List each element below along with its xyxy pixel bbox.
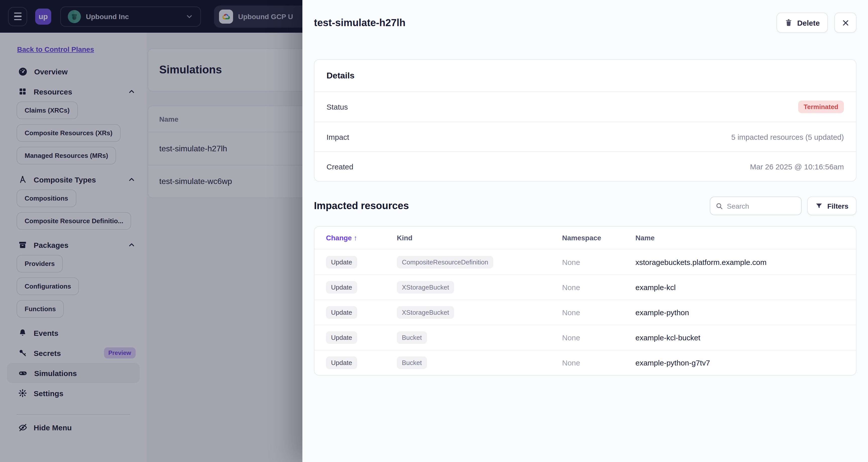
name-cell: example-python-g7tv7: [636, 358, 844, 367]
impacted-resources-title: Impacted resources: [314, 200, 409, 212]
namespace-cell: None: [562, 283, 636, 292]
kind-badge: CompositeResourceDefinition: [397, 256, 493, 268]
namespace-cell: None: [562, 358, 636, 367]
close-icon: [842, 19, 849, 26]
column-header-kind[interactable]: Kind: [397, 234, 562, 242]
delete-button[interactable]: Delete: [777, 12, 828, 33]
name-cell: xstoragebuckets.platform.example.com: [636, 258, 844, 266]
created-value: Mar 26 2025 @ 10:16:56am: [750, 162, 844, 171]
kind-badge: XStorageBucket: [397, 281, 454, 294]
impacted-resources-tools: Filters: [710, 197, 857, 215]
name-cell: example-python: [636, 308, 844, 317]
created-label: Created: [327, 162, 353, 171]
panel-title: test-simulate-h27lh: [314, 17, 406, 28]
impacted-table-header: Change ↑ Kind Namespace Name: [314, 227, 856, 249]
change-badge: Update: [326, 331, 357, 344]
kind-badge: Bucket: [397, 331, 427, 344]
change-badge: Update: [326, 306, 357, 319]
sort-asc-icon: ↑: [353, 234, 357, 242]
impact-row: Impact 5 impacted resources (5 updated): [314, 122, 856, 151]
table-row[interactable]: Update CompositeResourceDefinition None …: [314, 249, 856, 275]
name-cell: example-kcl: [636, 283, 844, 292]
kind-badge: XStorageBucket: [397, 306, 454, 319]
namespace-cell: None: [562, 333, 636, 342]
status-row: Status Terminated: [314, 92, 856, 122]
table-row[interactable]: Update XStorageBucket None example-kcl: [314, 275, 856, 299]
impact-label: Impact: [327, 133, 349, 141]
name-cell: example-kcl-bucket: [636, 333, 844, 342]
simulation-detail-panel: test-simulate-h27lh Delete Details: [302, 0, 868, 462]
namespace-cell: None: [562, 308, 636, 317]
details-heading: Details: [314, 60, 856, 92]
change-badge: Update: [326, 256, 357, 268]
column-header-change[interactable]: Change ↑: [326, 234, 397, 242]
namespace-cell: None: [562, 258, 636, 266]
details-card: Details Status Terminated Impact 5 impac…: [314, 59, 857, 181]
search-box: [710, 197, 802, 215]
impacted-resources-table: Change ↑ Kind Namespace Name Update Comp…: [314, 226, 857, 376]
trash-icon: [785, 19, 793, 27]
panel-actions: Delete: [777, 12, 857, 33]
impacted-resources-header: Impacted resources Filters: [314, 197, 857, 215]
table-row[interactable]: Update Bucket None example-kcl-bucket: [314, 325, 856, 350]
change-badge: Update: [326, 281, 357, 294]
created-row: Created Mar 26 2025 @ 10:16:56am: [314, 151, 856, 181]
table-row[interactable]: Update XStorageBucket None example-pytho…: [314, 299, 856, 325]
impact-value: 5 impacted resources (5 updated): [731, 133, 844, 141]
status-label: Status: [327, 103, 348, 111]
table-row[interactable]: Update Bucket None example-python-g7tv7: [314, 350, 856, 375]
upbound-console: up Upbound Inc: [0, 0, 868, 462]
status-badge: Terminated: [798, 100, 844, 113]
filters-button[interactable]: Filters: [807, 197, 857, 215]
close-button[interactable]: [834, 12, 857, 33]
kind-badge: Bucket: [397, 356, 427, 369]
delete-button-label: Delete: [797, 18, 820, 27]
column-header-name[interactable]: Name: [636, 234, 844, 242]
panel-header: test-simulate-h27lh Delete: [302, 0, 868, 45]
column-header-namespace[interactable]: Namespace: [562, 234, 636, 242]
search-icon: [715, 202, 723, 210]
change-badge: Update: [326, 356, 357, 369]
filter-funnel-icon: [815, 202, 823, 210]
filters-button-label: Filters: [827, 202, 848, 210]
search-input[interactable]: [727, 202, 796, 210]
